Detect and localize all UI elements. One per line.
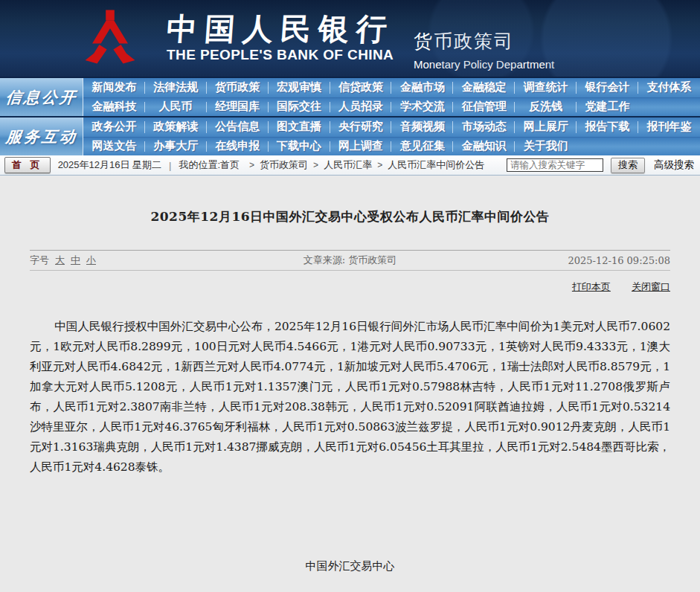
print-page-link[interactable]: 打印本页 (572, 281, 611, 292)
nav-row-4: 网送文告 办事大厅 在线申报 下载中心 网上调查 意见征集 金融知识 关于我们 (83, 137, 700, 156)
main-nav: 信息公开 新闻发布 法律法规 货币政策 宏观审慎 信贷政策 金融市场 金融稳定 … (0, 77, 700, 155)
search-input[interactable] (507, 158, 603, 172)
breadcrumb-arrow: > (313, 160, 318, 170)
fontsize-controls: 字号 大 中 小 (30, 254, 224, 267)
article-actions: 打印本页 关闭窗口 (30, 280, 670, 294)
bank-title-block: 中国人民银行 THE PEOPLE'S BANK OF CHINA (167, 13, 394, 63)
article-signature: 中国外汇交易中心 (30, 559, 670, 573)
nav-item-credit-reporting[interactable]: 征信管理 (453, 98, 515, 117)
nav-row-1: 新闻发布 法律法规 货币政策 宏观审慎 信贷政策 金融市场 金融稳定 调查统计 … (83, 78, 700, 97)
nav-item-bank-accounting[interactable]: 银行会计 (577, 78, 638, 97)
nav-rows-service: 政务公开 政策解读 公告信息 图文直播 央行研究 音频视频 市场动态 网上展厅 … (83, 118, 700, 155)
nav-item-audio-video[interactable]: 音频视频 (391, 118, 453, 137)
nav-item-news[interactable]: 新闻发布 (83, 78, 145, 97)
current-date: 2025年12月16日 星期二 (58, 158, 161, 172)
site-header: 中国人民银行 THE PEOPLE'S BANK OF CHINA 货币政策司 … (0, 0, 700, 77)
article-title: 2025年12月16日中国外汇交易中心受权公布人民币汇率中间价公告 (30, 208, 670, 225)
article-source: 文章来源: 货币政策司 (224, 254, 476, 267)
search-button[interactable]: 搜索 (611, 158, 645, 173)
nav-item-survey-statistics[interactable]: 调查统计 (515, 78, 577, 97)
nav-item-financial-stability[interactable]: 金融稳定 (453, 78, 515, 97)
nav-item-market-dynamics[interactable]: 市场动态 (453, 118, 515, 137)
close-window-link[interactable]: 关闭窗口 (632, 281, 670, 292)
nav-row-2: 金融科技 人民币 经理国库 国际交往 人员招录 学术交流 征信管理 反洗钱 党建… (83, 97, 700, 117)
nav-item-feedback[interactable]: 意见征集 (391, 138, 453, 156)
nav-item-treasury[interactable]: 经理国库 (207, 98, 269, 117)
breadcrumb-arrow: > (377, 160, 382, 170)
nav-label-text: 服务互动 (4, 126, 78, 147)
article-content: 2025年12月16日中国外汇交易中心受权公布人民币汇率中间价公告 字号 大 中… (0, 208, 700, 592)
search-area: 搜索 高级搜索 (507, 158, 694, 173)
fontsize-small-link[interactable]: 小 (86, 254, 96, 267)
article-timestamp: 2025-12-16 09:25:08 (476, 255, 670, 266)
nav-item-rmb[interactable]: 人民币 (145, 98, 207, 117)
nav-rows-info: 新闻发布 法律法规 货币政策 宏观审慎 信贷政策 金融市场 金融稳定 调查统计 … (83, 78, 700, 116)
nav-label-service-interaction[interactable]: 服务互动 (0, 118, 83, 155)
breadcrumb-arrow: > (249, 160, 254, 170)
pboc-logo-icon (74, 9, 146, 68)
nav-item-financial-market[interactable]: 金融市场 (391, 78, 453, 97)
article-meta-row: 字号 大 中 小 文章来源: 货币政策司 2025-12-16 09:25:08 (30, 250, 670, 271)
nav-item-download-center[interactable]: 下载中心 (269, 138, 330, 156)
nav-item-documents[interactable]: 网送文告 (83, 138, 145, 156)
breadcrumb-dept[interactable]: 货币政策司 (260, 158, 308, 172)
fontsize-label: 字号 (30, 254, 49, 267)
nav-item-international[interactable]: 国际交往 (269, 98, 330, 117)
home-button[interactable]: 首 页 (4, 157, 51, 173)
dept-name-en: Monetary Policy Department (414, 58, 554, 71)
advanced-search-link[interactable]: 高级搜索 (654, 158, 694, 172)
nav-item-service-hall[interactable]: 办事大厅 (145, 138, 207, 156)
nav-item-research[interactable]: 央行研究 (330, 118, 392, 137)
location-label: 我的位置:首页 (179, 158, 240, 172)
nav-item-announcements[interactable]: 公告信息 (207, 118, 269, 137)
nav-row-3: 政务公开 政策解读 公告信息 图文直播 央行研究 音频视频 市场动态 网上展厅 … (83, 118, 700, 137)
divider: | (169, 160, 171, 171)
nav-item-recruitment[interactable]: 人员招录 (330, 98, 392, 117)
breadcrumb-announcement[interactable]: 人民币汇率中间价公告 (388, 158, 484, 172)
nav-item-periodicals[interactable]: 报刊年鉴 (638, 118, 700, 137)
nav-item-monetary-policy[interactable]: 货币政策 (207, 78, 269, 97)
article-body: 中国人民银行授权中国外汇交易中心公布，2025年12月16日银行间外汇市场人民币… (30, 317, 670, 477)
fontsize-medium-link[interactable]: 中 (71, 254, 80, 267)
nav-item-laws[interactable]: 法律法规 (145, 78, 207, 97)
nav-section-info: 信息公开 新闻发布 法律法规 货币政策 宏观审慎 信贷政策 金融市场 金融稳定 … (0, 78, 700, 116)
pboc-page: 中国人民银行 THE PEOPLE'S BANK OF CHINA 货币政策司 … (0, 0, 700, 592)
nav-item-online-survey[interactable]: 网上调查 (330, 138, 392, 156)
nav-label-info-disclosure[interactable]: 信息公开 (0, 78, 83, 116)
breadcrumb-bar: 首 页 2025年12月16日 星期二 | 我的位置:首页 > 货币政策司 > … (0, 155, 700, 176)
nav-item-online-gallery[interactable]: 网上展厅 (515, 118, 577, 137)
nav-item-financial-knowledge[interactable]: 金融知识 (453, 138, 515, 156)
nav-item-about-us[interactable]: 关于我们 (515, 138, 577, 156)
nav-item-gov-disclosure[interactable]: 政务公开 (83, 118, 145, 137)
nav-item-credit-policy[interactable]: 信贷政策 (330, 78, 392, 97)
nav-item-policy-interpretation[interactable]: 政策解读 (145, 118, 207, 137)
nav-item-live-broadcast[interactable]: 图文直播 (269, 118, 330, 137)
bank-name-en: THE PEOPLE'S BANK OF CHINA (167, 47, 394, 63)
bank-name-cn: 中国人民银行 (165, 13, 395, 45)
nav-item-fintech[interactable]: 金融科技 (83, 98, 145, 117)
fontsize-large-link[interactable]: 大 (55, 254, 65, 267)
nav-item-report-download[interactable]: 报告下载 (577, 118, 638, 137)
nav-section-service: 服务互动 政务公开 政策解读 公告信息 图文直播 央行研究 音频视频 市场动态 … (0, 116, 700, 155)
nav-item-payment-system[interactable]: 支付体系 (638, 78, 700, 97)
dept-title-block: 货币政策司 Monetary Policy Department (414, 29, 554, 77)
nav-item-party-building[interactable]: 党建工作 (577, 98, 638, 117)
nav-item-anti-money-laundering[interactable]: 反洗钱 (515, 98, 577, 117)
nav-item-academic-exchange[interactable]: 学术交流 (391, 98, 453, 117)
nav-label-text: 信息公开 (4, 87, 78, 108)
breadcrumb-rmb-rate[interactable]: 人民币汇率 (324, 158, 372, 172)
dept-name-cn: 货币政策司 (414, 29, 554, 54)
nav-item-online-filing[interactable]: 在线申报 (207, 138, 269, 156)
nav-item-macro-prudential[interactable]: 宏观审慎 (269, 78, 330, 97)
